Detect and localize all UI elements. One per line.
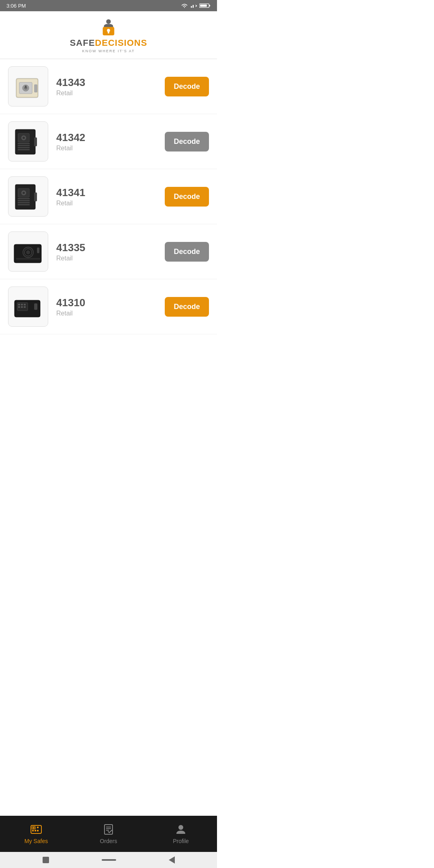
svg-rect-19 bbox=[34, 137, 37, 146]
safe-info: 41310 Retail bbox=[56, 297, 157, 317]
safe-image-container bbox=[8, 287, 48, 327]
logo-text: Safe Decisions bbox=[70, 38, 147, 48]
safe-item: 41335 Retail Decode bbox=[0, 224, 217, 279]
safe-number: 41342 bbox=[56, 131, 157, 144]
safe-image bbox=[12, 235, 44, 268]
svg-rect-43 bbox=[37, 248, 39, 253]
safe-item: 41342 Retail Decode bbox=[0, 114, 217, 169]
svg-rect-23 bbox=[18, 143, 30, 144]
safe-info: 41342 Retail bbox=[56, 131, 157, 152]
svg-rect-48 bbox=[21, 304, 23, 305]
decode-button[interactable]: Decode bbox=[165, 187, 209, 207]
decode-button[interactable]: Decode bbox=[165, 242, 209, 262]
safe-type: Retail bbox=[56, 255, 157, 262]
svg-point-22 bbox=[23, 137, 25, 139]
safe-type: Retail bbox=[56, 90, 157, 97]
svg-rect-5 bbox=[200, 4, 207, 7]
svg-rect-35 bbox=[18, 202, 30, 203]
safe-number: 41310 bbox=[56, 297, 157, 309]
safe-image-container bbox=[8, 176, 48, 217]
svg-point-6 bbox=[106, 19, 111, 24]
svg-rect-42 bbox=[16, 258, 40, 260]
svg-rect-24 bbox=[18, 145, 30, 146]
decode-button[interactable]: Decode bbox=[165, 297, 209, 317]
svg-rect-50 bbox=[18, 306, 20, 308]
safe-info: 41335 Retail bbox=[56, 242, 157, 262]
safe-image-container bbox=[8, 231, 48, 272]
safe-type: Retail bbox=[56, 310, 157, 317]
svg-rect-12 bbox=[34, 84, 37, 92]
safe-image bbox=[12, 125, 44, 158]
header: Safe Decisions Know Where It's At bbox=[0, 11, 217, 59]
logo-container: Safe Decisions Know Where It's At bbox=[70, 18, 147, 53]
svg-rect-16 bbox=[25, 86, 27, 88]
status-time: 3:06 PM bbox=[6, 3, 26, 9]
svg-rect-29 bbox=[34, 192, 37, 201]
safe-image bbox=[12, 291, 44, 323]
safe-number: 41343 bbox=[56, 76, 157, 89]
svg-rect-1 bbox=[192, 5, 194, 8]
svg-rect-0 bbox=[191, 6, 192, 8]
safe-info: 41343 Retail bbox=[56, 76, 157, 97]
safe-item: 41341 Retail Decode bbox=[0, 169, 217, 224]
decode-button[interactable]: Decode bbox=[165, 77, 209, 96]
battery-icon bbox=[199, 3, 211, 8]
svg-rect-9 bbox=[108, 31, 109, 34]
svg-rect-47 bbox=[18, 304, 20, 305]
signal-icon: ✕ bbox=[190, 3, 197, 8]
safe-info: 41341 Retail bbox=[56, 186, 157, 207]
svg-rect-25 bbox=[18, 147, 30, 148]
safe-image-container bbox=[8, 121, 48, 162]
svg-rect-53 bbox=[34, 303, 37, 310]
safe-number: 41335 bbox=[56, 242, 157, 254]
safe-list: 41343 Retail Decode 41342 Retai bbox=[0, 59, 217, 334]
svg-rect-4 bbox=[209, 5, 210, 6]
svg-rect-49 bbox=[24, 304, 26, 305]
safe-item: 41343 Retail Decode bbox=[0, 59, 217, 114]
safe-type: Retail bbox=[56, 200, 157, 207]
logo-tagline: Know Where It's At bbox=[82, 49, 135, 53]
svg-point-32 bbox=[23, 192, 25, 194]
status-bar: 3:06 PM ✕ bbox=[0, 0, 217, 11]
safe-image bbox=[12, 180, 44, 213]
wifi-icon bbox=[181, 3, 188, 8]
logo-decisions-text: Decisions bbox=[95, 38, 147, 48]
logo-lock-icon bbox=[100, 18, 117, 36]
svg-rect-26 bbox=[18, 149, 30, 150]
safe-item: 41310 Retail Decode bbox=[0, 279, 217, 334]
svg-rect-51 bbox=[21, 306, 23, 308]
safe-number: 41341 bbox=[56, 186, 157, 199]
svg-point-41 bbox=[26, 250, 30, 254]
logo-safe-text: Safe bbox=[70, 38, 95, 48]
decode-button[interactable]: Decode bbox=[165, 132, 209, 151]
svg-rect-34 bbox=[18, 200, 30, 201]
safe-type: Retail bbox=[56, 145, 157, 152]
svg-rect-36 bbox=[18, 204, 30, 205]
safe-image-container bbox=[8, 66, 48, 106]
svg-rect-52 bbox=[24, 306, 26, 308]
svg-rect-33 bbox=[18, 198, 30, 199]
svg-text:✕: ✕ bbox=[195, 4, 197, 8]
safe-image bbox=[12, 70, 44, 102]
